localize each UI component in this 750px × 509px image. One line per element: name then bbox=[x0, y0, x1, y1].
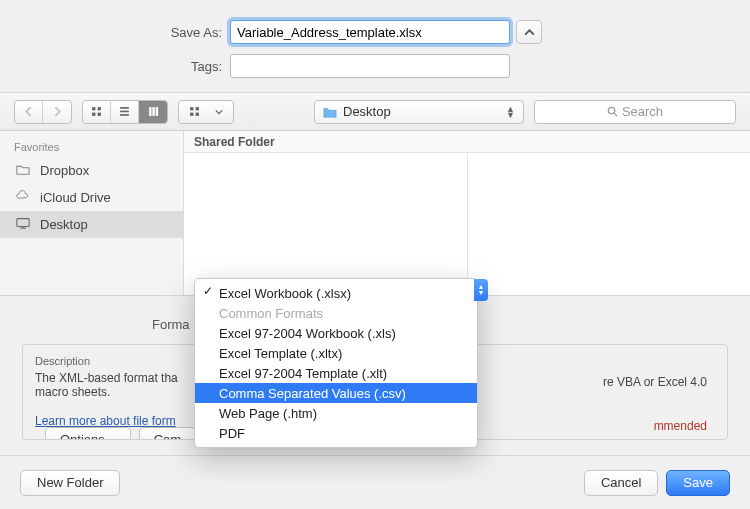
svg-rect-7 bbox=[149, 107, 151, 116]
save-button[interactable]: Save bbox=[666, 470, 730, 496]
sidebar-header: Favorites bbox=[0, 137, 183, 157]
view-segmented-control bbox=[82, 100, 168, 124]
search-field[interactable]: Search bbox=[534, 100, 736, 124]
columns-icon bbox=[148, 106, 159, 117]
view-column-button[interactable] bbox=[139, 101, 167, 123]
search-placeholder: Search bbox=[622, 104, 663, 119]
cancel-button[interactable]: Cancel bbox=[584, 470, 658, 496]
cloud-icon bbox=[14, 189, 32, 206]
svg-rect-12 bbox=[190, 113, 193, 116]
svg-rect-3 bbox=[98, 113, 101, 116]
svg-point-14 bbox=[608, 107, 614, 113]
menu-item-pdf[interactable]: PDF bbox=[195, 423, 477, 443]
view-list-button[interactable] bbox=[111, 101, 139, 123]
view-icon-button[interactable] bbox=[83, 101, 111, 123]
list-icon bbox=[119, 106, 130, 117]
svg-rect-5 bbox=[120, 111, 129, 113]
grid-icon bbox=[91, 106, 102, 117]
svg-rect-8 bbox=[152, 107, 154, 116]
chevron-left-icon bbox=[23, 106, 34, 117]
group-by-control bbox=[178, 100, 234, 124]
sidebar-item-label: Dropbox bbox=[40, 163, 89, 178]
svg-rect-0 bbox=[92, 107, 95, 110]
nav-back-button[interactable] bbox=[15, 101, 43, 123]
menu-item-xltx[interactable]: Excel Template (.xltx) bbox=[195, 343, 477, 363]
menu-item-xlsx[interactable]: Excel Workbook (.xlsx) bbox=[195, 283, 477, 303]
finder-toolbar: Desktop ▲▼ Search bbox=[0, 93, 750, 131]
svg-rect-9 bbox=[155, 107, 157, 116]
chevron-up-icon bbox=[524, 27, 535, 38]
menu-item-csv[interactable]: Comma Separated Values (.csv) bbox=[195, 383, 477, 403]
description-text: The XML-based format tha bbox=[35, 371, 178, 385]
svg-rect-11 bbox=[196, 107, 199, 110]
search-icon bbox=[607, 106, 618, 117]
learn-more-link[interactable]: Learn more about file form bbox=[35, 414, 176, 428]
svg-rect-4 bbox=[120, 107, 129, 109]
expand-toggle-button[interactable] bbox=[516, 20, 542, 44]
svg-rect-16 bbox=[17, 219, 29, 227]
recommended-fragment: mmended bbox=[654, 419, 707, 433]
file-format-menu[interactable]: ▲▼ Excel Workbook (.xlsx) Common Formats… bbox=[194, 278, 478, 448]
description-text-2: macro sheets. bbox=[35, 385, 110, 399]
options-button[interactable]: Options... bbox=[45, 427, 131, 440]
folder-icon bbox=[14, 162, 32, 179]
svg-line-15 bbox=[614, 113, 617, 116]
sidebar-item-dropbox[interactable]: Dropbox bbox=[0, 157, 183, 184]
column-header: Shared Folder bbox=[184, 131, 750, 153]
menu-section-common: Common Formats bbox=[195, 303, 477, 323]
saveas-field[interactable] bbox=[230, 20, 510, 44]
nav-segmented-control bbox=[14, 100, 72, 124]
column-1[interactable] bbox=[184, 153, 468, 295]
menu-item-xlt[interactable]: Excel 97-2004 Template (.xlt) bbox=[195, 363, 477, 383]
menu-item-htm[interactable]: Web Page (.htm) bbox=[195, 403, 477, 423]
description-right-fragment: re VBA or Excel 4.0 bbox=[603, 375, 707, 389]
chevron-down-icon bbox=[215, 108, 223, 116]
group-by-button[interactable] bbox=[179, 101, 233, 123]
sidebar-item-label: Desktop bbox=[40, 217, 88, 232]
chevron-right-icon bbox=[52, 106, 63, 117]
svg-rect-13 bbox=[196, 113, 199, 116]
folder-popup-label: Desktop bbox=[343, 104, 391, 119]
updown-icon: ▲▼ bbox=[506, 106, 515, 118]
svg-rect-2 bbox=[92, 113, 95, 116]
compatibility-button[interactable]: Com bbox=[139, 427, 196, 440]
sidebar: Favorites Dropbox iCloud Drive Desktop bbox=[0, 131, 184, 295]
menu-item-xls[interactable]: Excel 97-2004 Workbook (.xls) bbox=[195, 323, 477, 343]
sidebar-item-label: iCloud Drive bbox=[40, 190, 111, 205]
svg-rect-10 bbox=[190, 107, 193, 110]
column-2[interactable] bbox=[468, 153, 751, 295]
saveas-label: Save As: bbox=[40, 25, 230, 40]
svg-rect-17 bbox=[20, 227, 25, 228]
tags-label: Tags: bbox=[40, 59, 230, 74]
sidebar-item-icloud[interactable]: iCloud Drive bbox=[0, 184, 183, 211]
svg-rect-1 bbox=[98, 107, 101, 110]
svg-rect-6 bbox=[120, 114, 129, 116]
column-browser[interactable]: Shared Folder bbox=[184, 131, 750, 295]
nav-forward-button[interactable] bbox=[43, 101, 71, 123]
desktop-icon bbox=[14, 216, 32, 233]
folder-icon bbox=[323, 105, 337, 119]
new-folder-button[interactable]: New Folder bbox=[20, 470, 120, 496]
folder-popup[interactable]: Desktop ▲▼ bbox=[314, 100, 524, 124]
grid-small-icon bbox=[189, 106, 200, 117]
sidebar-item-desktop[interactable]: Desktop bbox=[0, 211, 183, 238]
file-format-label: Forma bbox=[152, 317, 190, 332]
tags-field[interactable] bbox=[230, 54, 510, 78]
